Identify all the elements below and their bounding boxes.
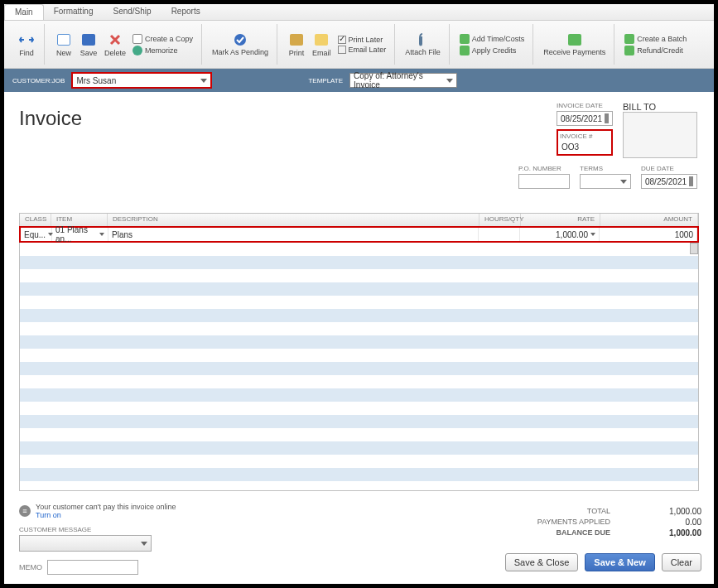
template-label: TEMPLATE: [308, 77, 343, 84]
svg-point-0: [234, 34, 246, 46]
caret-icon: [99, 233, 104, 236]
ribbon: Find New Save Delete Create a Copy Memor…: [4, 21, 714, 69]
save-new-button[interactable]: Save & New: [585, 553, 654, 571]
tab-bar: Main Formatting Send/Ship Reports: [4, 4, 714, 21]
tab-sendship[interactable]: Send/Ship: [103, 4, 161, 20]
memo-input[interactable]: [47, 560, 138, 575]
cell-class[interactable]: Equ...: [21, 228, 52, 241]
col-rate[interactable]: RATE: [521, 214, 600, 226]
create-copy-button[interactable]: Create a Copy: [133, 34, 193, 44]
tab-main[interactable]: Main: [4, 4, 44, 20]
x-icon: [108, 32, 123, 47]
create-batch-button[interactable]: Create a Batch: [624, 34, 687, 44]
template-select[interactable]: Copy of: Attorney's Invoice: [349, 73, 457, 88]
customer-select[interactable]: Mrs Susan: [71, 72, 212, 89]
bill-to-box[interactable]: [623, 112, 697, 158]
memorize-button[interactable]: Memorize: [133, 46, 193, 55]
caret-icon: [446, 79, 453, 83]
cell-amount[interactable]: 1000: [600, 228, 697, 241]
envelope-icon: [314, 32, 329, 47]
add-time-button[interactable]: Add Time/Costs: [460, 34, 525, 44]
attach-button[interactable]: Attach File: [402, 31, 444, 58]
memo-label: MEMO: [19, 563, 42, 571]
check-circle-icon: [233, 32, 248, 47]
print-later-checkbox[interactable]: Print Later: [338, 36, 387, 44]
col-hrs[interactable]: HOURS/QTY: [479, 214, 521, 226]
save-close-button[interactable]: Save & Close: [505, 553, 579, 571]
checkbox-icon: [338, 46, 346, 54]
mark-pending-button[interactable]: Mark As Pending: [209, 31, 272, 58]
save-button[interactable]: Save: [76, 31, 101, 59]
customer-message-select[interactable]: [19, 535, 152, 552]
clear-button[interactable]: Clear: [662, 553, 701, 571]
checkbox-icon: [338, 36, 346, 44]
tab-formatting[interactable]: Formatting: [44, 4, 104, 20]
receive-payments-button[interactable]: Receive Payments: [540, 31, 609, 58]
grid-body[interactable]: [19, 243, 699, 491]
email-later-checkbox[interactable]: Email Later: [338, 46, 387, 54]
turn-on-link[interactable]: Turn on: [36, 511, 61, 519]
find-button[interactable]: Find: [14, 31, 39, 59]
printer-icon: [289, 32, 304, 47]
caret-icon: [141, 542, 147, 546]
calendar-icon: [605, 113, 609, 123]
apply-credits-button[interactable]: Apply Credits: [460, 46, 525, 55]
cell-item[interactable]: 01 Plans an...: [52, 228, 108, 241]
calendar-icon: [689, 176, 693, 186]
po-input[interactable]: [518, 174, 570, 189]
terms-label: TERMS: [580, 165, 631, 172]
po-label: P.O. NUMBER: [518, 165, 570, 172]
terms-select[interactable]: [580, 174, 631, 189]
email-button[interactable]: Email: [309, 31, 335, 59]
invoice-num-label: INVOICE #: [560, 133, 610, 140]
caret-icon: [590, 233, 595, 236]
due-date-label: DUE DATE: [641, 165, 697, 172]
header-bar: CUSTOMER:JOB Mrs Susan TEMPLATE Copy of:…: [4, 69, 714, 92]
print-button[interactable]: Print: [284, 31, 309, 59]
new-button[interactable]: New: [51, 31, 76, 59]
paperclip-icon: [415, 32, 430, 47]
cell-hrs[interactable]: [479, 228, 520, 241]
bill-to-label: BILL TO: [623, 102, 697, 112]
grid-header: CLASS ITEM DESCRIPTION HOURS/QTY RATE AM…: [19, 213, 699, 226]
tab-reports[interactable]: Reports: [161, 4, 210, 20]
info-icon: ≡: [19, 505, 31, 517]
invoice-date-input[interactable]: 08/25/2021: [557, 111, 613, 126]
scroll-handle[interactable]: [690, 243, 698, 254]
caret-icon: [620, 180, 627, 184]
money-icon: [567, 32, 582, 47]
delete-button[interactable]: Delete: [101, 31, 129, 59]
customer-label: CUSTOMER:JOB: [12, 77, 65, 84]
invoice-date-label: INVOICE DATE: [557, 102, 613, 109]
disk-icon: [81, 32, 96, 47]
cell-rate[interactable]: 1,000.00: [520, 228, 600, 241]
col-desc[interactable]: DESCRIPTION: [108, 214, 479, 226]
totals: TOTAL1,000.00 PAYMENTS APPLIED0.00 BALAN…: [537, 506, 701, 538]
col-class[interactable]: CLASS: [20, 214, 51, 226]
caret-icon: [200, 79, 207, 83]
cell-desc[interactable]: Plans: [108, 228, 479, 241]
due-date-input[interactable]: 08/25/2021: [641, 174, 697, 189]
refund-button[interactable]: Refund/Credit: [624, 46, 687, 55]
arrows-icon: [19, 32, 34, 47]
invoice-num-input[interactable]: OO3: [560, 142, 610, 152]
document-icon: [56, 32, 71, 47]
col-item[interactable]: ITEM: [51, 214, 108, 226]
col-amount[interactable]: AMOUNT: [600, 214, 698, 226]
grid-row[interactable]: Equ... 01 Plans an... Plans 1,000.00 100…: [21, 228, 697, 241]
